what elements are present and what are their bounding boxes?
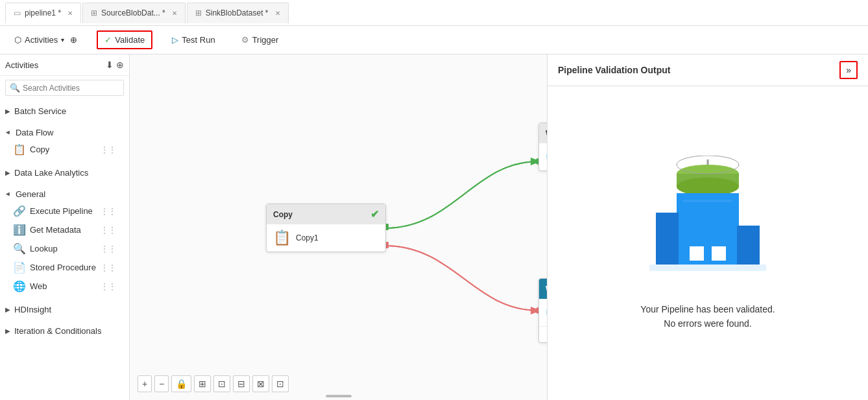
category-header-iteration-conditionals[interactable]: ▶ Iteration & Conditionals (5, 324, 124, 338)
web-icon: 🌐 (13, 280, 26, 292)
stored-procedure-icon: 📄 (13, 261, 26, 274)
arrow-icon: ▶ (5, 327, 10, 335)
copy-node[interactable]: Copy ✔ 📋 Copy1 (266, 204, 386, 252)
sidebar-item-execute-pipeline[interactable]: 🔗 Execute Pipeline ⋮⋮ (5, 202, 124, 220)
zoom-fit-button[interactable]: ⊡ (213, 375, 230, 392)
play-icon: ▷ (172, 35, 178, 45)
zoom-in-button[interactable]: + (138, 375, 152, 392)
trigger-button[interactable]: ⚙ Trigger (235, 32, 285, 48)
category-label: Data Flow (16, 128, 54, 137)
activities-label: Activities (5, 60, 38, 70)
validation-message: Your Pipeline has been validated. No err… (640, 302, 775, 331)
tab-sinkblobdataset[interactable]: ⊞ SinkBlobDataset * ✕ (187, 3, 289, 23)
item-label: Web (30, 281, 97, 291)
category-header-batch-service[interactable]: ▶ Batch Service (5, 104, 124, 119)
category-header-hdinsight[interactable]: ▶ HDInsight (5, 302, 124, 317)
web-failure-title: Web (546, 285, 547, 294)
web-failure-node[interactable]: Web ✔ 🌐 SendFailureEmailActiv... 🗑 📋 ➡ (538, 278, 547, 343)
tab-close[interactable]: ✕ (172, 10, 177, 17)
tab-pipeline1[interactable]: ▭ pipeline1 * ✕ (5, 3, 81, 23)
main-toolbar: ⬡ Activities ▾ ⊕ ✓ Validate ▷ Test Run ⚙… (0, 26, 868, 54)
grid-button[interactable]: ⊡ (272, 375, 289, 392)
sidebar-item-web[interactable]: 🌐 Web ⋮⋮ (5, 277, 124, 296)
zoom-out-button[interactable]: − (154, 375, 169, 392)
search-icon: 🔍 (10, 83, 20, 93)
web-success-node[interactable]: Web ✔ 🌐 SendSuccessEmailActi... (538, 123, 547, 171)
copy-icon: 📋 (13, 143, 26, 156)
sidebar-item-stored-procedure[interactable]: 📄 Stored Procedure ⋮⋮ (5, 258, 124, 277)
category-label: HDInsight (14, 305, 51, 314)
sidebar-item-lookup[interactable]: 🔍 Lookup ⋮⋮ (5, 239, 124, 258)
arrow-icon: ▼ (5, 191, 12, 198)
category-header-general[interactable]: ▼ General (5, 187, 124, 202)
validation-line2: No errors were found. (640, 316, 775, 331)
category-hdinsight: ▶ HDInsight (0, 298, 129, 320)
svg-rect-14 (649, 265, 766, 271)
drag-handle[interactable]: ⋮⋮ (101, 207, 116, 216)
collapse-all-button[interactable]: ⬇ (106, 60, 114, 70)
svg-rect-7 (677, 193, 739, 265)
sidebar: Activities ⬇ ⊕ 🔍 ▶ Batch Service ▼ Data … (0, 54, 130, 400)
expand-all-button[interactable]: ⊕ (116, 60, 124, 70)
drag-handle[interactable]: ⋮⋮ (101, 244, 116, 253)
tab-close[interactable]: ✕ (67, 10, 73, 17)
drag-handle[interactable]: ⋮⋮ (101, 226, 116, 235)
panel-collapse-button[interactable]: » (839, 61, 858, 79)
category-header-data-lake-analytics[interactable]: ▶ Data Lake Analytics (5, 165, 124, 180)
arrow-icon: ▶ (5, 306, 10, 313)
tab-sourceblobdat[interactable]: ⊞ SourceBlobDat... * ✕ (82, 3, 186, 23)
svg-rect-11 (712, 246, 726, 261)
sidebar-top-actions: ⬇ ⊕ (106, 60, 124, 70)
test-run-label: Test Run (182, 35, 215, 45)
tab-label: pipeline1 * (25, 8, 61, 18)
category-header-data-flow[interactable]: ▼ Data Flow (5, 125, 124, 140)
tab-bar: ▭ pipeline1 * ✕ ⊞ SourceBlobDat... * ✕ ⊞… (0, 0, 868, 26)
dataset-icon: ⊞ (91, 8, 97, 18)
search-box: 🔍 (5, 80, 124, 96)
main-area: Activities ⬇ ⊕ 🔍 ▶ Batch Service ▼ Data … (0, 54, 868, 400)
arrow-icon: ▶ (5, 108, 10, 115)
item-label: Stored Procedure (30, 263, 97, 272)
category-data-flow: ▼ Data Flow 📋 Copy ⋮⋮ (0, 121, 129, 161)
scrollbar-hint (326, 395, 352, 397)
drag-handle[interactable]: ⋮⋮ (101, 263, 116, 272)
panel-content: Your Pipeline has been validated. No err… (548, 86, 868, 400)
svg-rect-9 (737, 226, 760, 265)
fit-button[interactable]: ⊞ (194, 375, 211, 392)
copy-node-header: Copy ✔ (267, 204, 385, 224)
svg-rect-10 (690, 246, 704, 261)
panel-title: Pipeline Validation Output (558, 65, 670, 75)
right-panel: Pipeline Validation Output » (547, 54, 868, 400)
get-metadata-icon: ℹ️ (13, 224, 26, 236)
sidebar-item-get-metadata[interactable]: ℹ️ Get Metadata ⋮⋮ (5, 220, 124, 239)
drag-handle[interactable]: ⋮⋮ (101, 145, 116, 154)
copy-node-label: Copy1 (296, 233, 319, 242)
tab-label: SourceBlobDat... * (101, 8, 165, 18)
svg-point-6 (677, 178, 739, 196)
lock-button[interactable]: 🔒 (171, 375, 191, 392)
validate-label: Validate (115, 35, 145, 45)
execute-pipeline-icon: 🔗 (13, 205, 26, 217)
arrange-button[interactable]: ⊠ (252, 375, 269, 392)
validate-button[interactable]: ✓ Validate (97, 30, 152, 49)
web-failure-icon: 🌐 (546, 304, 547, 321)
copy-node-icon: 📋 (273, 229, 291, 246)
arrow-icon: ▶ (5, 169, 10, 176)
canvas[interactable]: Copy ✔ 📋 Copy1 Web ✔ 🌐 SendSuccessEmailA… (130, 54, 547, 400)
test-run-button[interactable]: ▷ Test Run (165, 32, 221, 48)
search-input[interactable] (23, 84, 120, 93)
activities-button[interactable]: ⬡ Activities ▾ ⊕ (8, 32, 84, 48)
pipeline-icon: ▭ (14, 8, 21, 18)
check-icon: ✓ (104, 35, 112, 45)
tab-close[interactable]: ✕ (275, 10, 280, 17)
chevron-down-icon: ▾ (61, 36, 64, 43)
layout-button[interactable]: ⊟ (233, 375, 250, 392)
category-label: Data Lake Analytics (14, 168, 88, 178)
item-label: Lookup (30, 244, 97, 253)
panel-header: Pipeline Validation Output » (548, 54, 868, 86)
trigger-icon: ⚙ (241, 35, 249, 45)
sidebar-item-copy[interactable]: 📋 Copy ⋮⋮ (5, 140, 124, 159)
copy-node-status: ✔ (370, 208, 379, 220)
copy-node-title: Copy (273, 210, 293, 219)
drag-handle[interactable]: ⋮⋮ (101, 282, 116, 291)
